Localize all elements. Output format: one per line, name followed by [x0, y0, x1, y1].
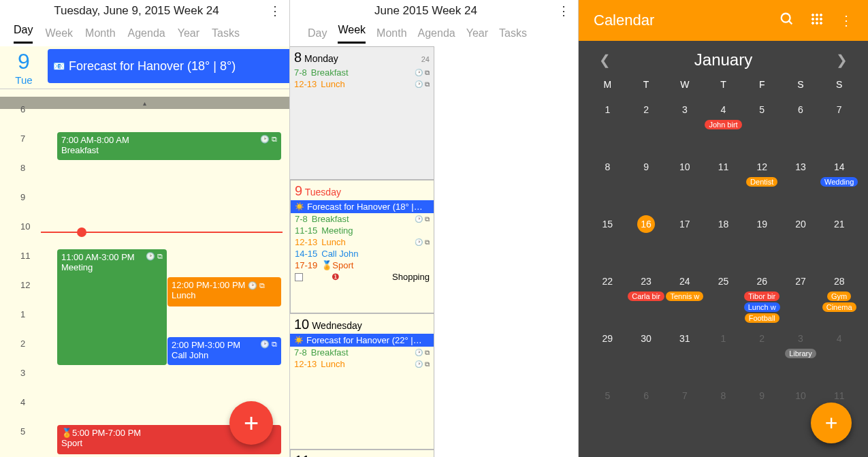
- month-day-cell[interactable]: 3Library: [782, 326, 820, 383]
- month-day-cell[interactable]: 8: [704, 383, 743, 440]
- event-chip[interactable]: Lunch w: [744, 302, 780, 312]
- month-day-cell[interactable]: 12Dentist: [743, 154, 782, 211]
- week-day-cell[interactable]: 8 Monday247-8Breakfast🕑 ⧉12-13Lunch🕑 ⧉: [290, 46, 434, 180]
- event-block[interactable]: 11:00 AM-3:00 PMMeeting🕑 ⧉: [57, 249, 167, 365]
- current-time-line: [41, 232, 283, 233]
- add-event-fab[interactable]: +: [229, 401, 273, 445]
- month-day-cell[interactable]: 13: [782, 154, 820, 211]
- month-day-cell[interactable]: 26Tibor birLunch wFootball: [743, 268, 782, 326]
- month-day-cell[interactable]: 2: [743, 326, 782, 383]
- tab-agenda[interactable]: Agenda: [128, 27, 165, 40]
- recurring-icon: 🕑 ⧉: [415, 80, 430, 89]
- add-event-fab[interactable]: +: [811, 403, 852, 443]
- event-block[interactable]: 12:00 PM-1:00 PM 🕑 ⧉Lunch: [167, 277, 281, 306]
- month-day-cell[interactable]: 11: [704, 154, 743, 211]
- event-chip[interactable]: Wedding: [820, 177, 858, 187]
- tab-month[interactable]: Month: [376, 27, 406, 40]
- tab-week[interactable]: Week: [338, 24, 366, 44]
- month-day-cell[interactable]: 6: [782, 97, 820, 154]
- forecast-bar[interactable]: ☀️Forecast for Hanover (22° |…: [290, 334, 434, 347]
- month-day-cell[interactable]: 22: [588, 268, 627, 326]
- month-day-cell[interactable]: 19: [743, 211, 782, 268]
- month-day-cell[interactable]: 4: [820, 326, 858, 383]
- app-title: Calendar: [594, 12, 763, 29]
- overflow-menu-icon[interactable]: ⋮: [265, 3, 281, 18]
- month-day-cell[interactable]: 21: [820, 211, 858, 268]
- month-day-cell[interactable]: 31: [665, 326, 704, 383]
- month-day-cell[interactable]: 23Carla bir: [627, 268, 666, 326]
- forecast-bar[interactable]: ☀️Forecast for Hanover (18° |…: [291, 200, 434, 213]
- event-chip[interactable]: Tibor bir: [744, 291, 779, 301]
- month-day-cell[interactable]: 20: [782, 211, 820, 268]
- event-chip[interactable]: Carla bir: [628, 291, 664, 301]
- event-chip[interactable]: John birt: [705, 120, 741, 129]
- week-day-cell[interactable]: 11 Thursday☀️Forecast for Hanover (24° |…: [290, 450, 434, 457]
- event-chip[interactable]: Gym: [827, 291, 851, 301]
- month-day-cell[interactable]: 9: [743, 383, 782, 440]
- month-day-cell[interactable]: 24Tennis w: [665, 268, 704, 326]
- tab-day[interactable]: Day: [308, 27, 327, 40]
- month-day-cell[interactable]: 15: [588, 211, 627, 268]
- event-chip[interactable]: Library: [785, 349, 816, 358]
- week-grid: 8 Monday247-8Breakfast🕑 ⧉12-13Lunch🕑 ⧉9 …: [290, 46, 578, 457]
- month-day-cell[interactable]: 29: [588, 326, 627, 383]
- month-day-cell[interactable]: 3: [665, 97, 704, 154]
- month-view-pane: Calendar ⋮ ❮ January ❯ MTWTFSS 1234John …: [579, 0, 868, 457]
- month-day-cell[interactable]: 18: [704, 211, 743, 268]
- event-chip[interactable]: Tennis w: [666, 291, 703, 301]
- task-checkbox[interactable]: [295, 273, 303, 281]
- month-day-cell[interactable]: 10: [665, 154, 704, 211]
- month-day-cell[interactable]: 28GymCinema: [820, 268, 858, 326]
- app-bar: Calendar ⋮: [579, 0, 868, 41]
- tab-tasks[interactable]: Tasks: [212, 27, 240, 40]
- weekday-label: F: [743, 75, 782, 97]
- month-day-cell[interactable]: 30: [627, 326, 666, 383]
- event-chip[interactable]: Football: [745, 313, 779, 323]
- month-day-cell[interactable]: 14Wedding: [820, 154, 858, 211]
- tab-tasks[interactable]: Tasks: [499, 27, 527, 40]
- week-day-cell[interactable]: 10 Wednesday☀️Forecast for Hanover (22° …: [290, 313, 434, 450]
- tab-day[interactable]: Day: [14, 24, 33, 44]
- month-day-cell[interactable]: 9: [627, 154, 666, 211]
- prev-month-icon[interactable]: ❮: [599, 52, 611, 68]
- month-day-cell[interactable]: 5: [588, 383, 627, 440]
- hour-label: 12: [0, 277, 41, 306]
- day-name: Tue: [0, 74, 48, 86]
- event-chip[interactable]: Dentist: [746, 177, 777, 187]
- month-day-cell[interactable]: 27: [782, 268, 820, 326]
- tab-year[interactable]: Year: [466, 27, 488, 40]
- month-day-cell[interactable]: 7: [820, 97, 858, 154]
- tab-agenda[interactable]: Agenda: [418, 27, 455, 40]
- month-day-cell[interactable]: 5: [743, 97, 782, 154]
- month-day-cell[interactable]: 8: [588, 154, 627, 211]
- overflow-menu-icon[interactable]: ⋮: [839, 12, 853, 29]
- month-day-cell[interactable]: 16: [627, 211, 666, 268]
- tab-month[interactable]: Month: [85, 27, 115, 40]
- month-day-cell[interactable]: 17: [665, 211, 704, 268]
- overflow-menu-icon[interactable]: ⋮: [553, 3, 570, 18]
- month-day-cell[interactable]: 2: [627, 97, 666, 154]
- next-month-icon[interactable]: ❯: [836, 52, 848, 68]
- month-day-cell[interactable]: 6: [627, 383, 666, 440]
- month-day-cell[interactable]: 4John birt: [704, 97, 743, 154]
- hour-label: 6: [0, 453, 41, 457]
- month-day-cell[interactable]: 1: [704, 326, 743, 383]
- week-day-cell[interactable]: 9 Tuesday☀️Forecast for Hanover (18° |…7…: [290, 180, 434, 313]
- apps-grid-icon[interactable]: [811, 13, 823, 29]
- page-title: Tuesday, June 9, 2015 Week 24: [8, 4, 265, 18]
- weekday-label: T: [627, 75, 666, 97]
- tab-year[interactable]: Year: [178, 27, 199, 40]
- search-icon[interactable]: [779, 12, 794, 30]
- event-block[interactable]: 7:00 AM-8:00 AMBreakfast🕑 ⧉: [57, 132, 281, 160]
- recurring-icon: 🕑 ⧉: [415, 215, 430, 223]
- tab-week[interactable]: Week: [45, 27, 73, 40]
- hour-label: 6: [0, 101, 41, 131]
- forecast-bar[interactable]: 📧 Forecast for Hanover (18° | 8°): [48, 49, 289, 83]
- hour-label: 2: [0, 336, 41, 365]
- month-day-cell[interactable]: 7: [665, 383, 704, 440]
- event-chip[interactable]: Cinema: [822, 302, 856, 312]
- month-day-cell[interactable]: 25: [704, 268, 743, 326]
- page-title: June 2015 Week 24: [298, 4, 553, 18]
- event-block[interactable]: 2:00 PM-3:00 PMCall John🕑 ⧉: [167, 337, 281, 365]
- month-day-cell[interactable]: 1: [588, 97, 627, 154]
